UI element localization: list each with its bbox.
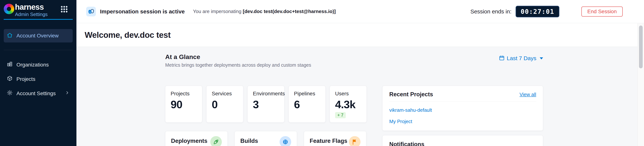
home-icon	[7, 32, 13, 39]
scrollbar-thumb[interactable]	[639, 25, 643, 68]
sidebar-item-label: Organizations	[16, 62, 49, 68]
stat-card-environments[interactable]: Environments 3	[248, 86, 284, 123]
module-title: Feature Flags	[310, 138, 348, 144]
date-range-selector[interactable]: Last 7 Days	[499, 55, 543, 62]
module-switcher-grid-icon[interactable]	[60, 5, 68, 13]
stat-value: 90	[170, 99, 197, 110]
stat-card-pipelines[interactable]: Pipelines 6	[288, 86, 326, 123]
view-all-link[interactable]: View all	[520, 92, 536, 97]
impersonation-detail-prefix: You are impersonating	[193, 8, 242, 14]
module-card-feature-flags[interactable]: Feature Flags	[304, 131, 366, 146]
users-delta-badge: + 7	[335, 112, 346, 118]
stat-label: Pipelines	[294, 91, 320, 97]
stat-label: Users	[335, 91, 361, 97]
modules-row: Deployments Builds Feature Flags	[165, 131, 366, 146]
sidebar-item-label: Account Overview	[16, 33, 59, 39]
stat-label: Projects	[170, 91, 197, 97]
stats-row: Projects 90 Services 0 Environments 3 Pi…	[165, 86, 367, 123]
stat-label: Services	[212, 91, 238, 97]
harness-logo-icon	[4, 4, 14, 14]
chevron-down-icon	[540, 57, 543, 59]
module-title: Builds	[240, 138, 258, 144]
gear-icon	[7, 90, 13, 97]
end-session-button[interactable]: End Session	[582, 6, 623, 17]
impersonation-masks-icon	[86, 7, 96, 16]
session-ends-label: Session ends in:	[470, 8, 512, 15]
stat-card-services[interactable]: Services 0	[206, 86, 243, 123]
stat-card-projects[interactable]: Projects 90	[165, 86, 202, 123]
harness-logo-text: harness	[15, 3, 48, 11]
main-content: At a Glance Metrics brings together depl…	[76, 47, 644, 146]
module-card-builds[interactable]: Builds	[234, 131, 297, 146]
session-timer: 00:27:01	[516, 6, 559, 17]
builds-icon	[280, 136, 291, 146]
deployments-icon	[210, 136, 222, 146]
stat-value: 6	[294, 99, 320, 110]
recent-projects-title: Recent Projects	[389, 91, 433, 98]
sidebar-item-label: Projects	[16, 76, 35, 82]
sidebar-item-label: Account Settings	[16, 90, 56, 96]
at-a-glance-header: At a Glance Metrics brings together depl…	[165, 53, 311, 68]
divider	[389, 101, 536, 102]
sidebar: harness Admin Settings Account Overview …	[0, 0, 76, 146]
sidebar-header: harness Admin Settings	[4, 0, 73, 20]
project-link[interactable]: vikram-sahu-default	[389, 107, 536, 113]
vertical-scrollbar	[638, 23, 644, 146]
stat-value: 0	[212, 99, 238, 110]
stat-label: Environments	[253, 91, 279, 97]
impersonated-user: [dev.doc test(dev.doc+test@harness.io)]	[243, 8, 336, 14]
projects-cube-icon	[7, 75, 13, 83]
calendar-icon	[499, 55, 504, 62]
impersonation-detail: You are impersonating [dev.doc test(dev.…	[193, 8, 336, 14]
date-range-label: Last 7 Days	[507, 55, 536, 62]
section-title: At a Glance	[165, 53, 311, 61]
impersonation-title: Impersonation session is active	[100, 8, 185, 15]
chevron-right-icon	[65, 90, 70, 96]
page-title: Welcome, dev.doc test	[85, 30, 170, 40]
stat-card-users[interactable]: Users 4.3k + 7	[330, 86, 367, 123]
impersonation-banner: Impersonation session is active You are …	[76, 0, 644, 23]
sidebar-item-account-overview[interactable]: Account Overview	[4, 29, 73, 42]
notifications-panel: Notifications	[382, 135, 543, 146]
recent-projects-panel: Recent Projects View all vikram-sahu-def…	[382, 86, 543, 131]
module-label: Admin Settings	[15, 11, 48, 17]
section-subtitle: Metrics brings together deployments acro…	[165, 62, 311, 68]
sidebar-item-account-settings[interactable]: Account Settings	[4, 86, 73, 101]
project-link[interactable]: My Project	[389, 119, 536, 124]
organizations-icon	[7, 61, 13, 68]
stat-value: 3	[253, 99, 279, 110]
sidebar-item-projects[interactable]: Projects	[4, 72, 73, 86]
module-card-deployments[interactable]: Deployments	[165, 131, 228, 146]
welcome-band: Welcome, dev.doc test	[76, 23, 644, 47]
notifications-title: Notifications	[389, 141, 424, 146]
stat-value: 4.3k	[335, 99, 361, 110]
module-title: Deployments	[171, 138, 208, 144]
sidebar-item-organizations[interactable]: Organizations	[4, 58, 73, 72]
sidebar-divider	[4, 50, 73, 50]
feature-flags-icon	[349, 136, 360, 146]
